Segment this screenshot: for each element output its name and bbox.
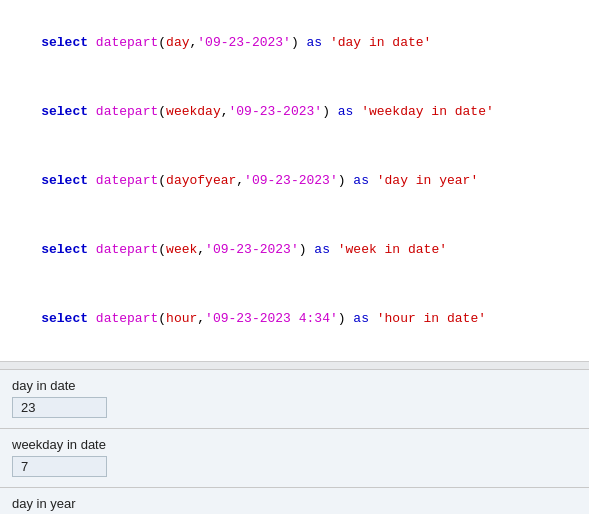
- code-line-1: select datepart(day,'09-23-2023') as 'da…: [10, 8, 579, 77]
- date-string-5: '09-23-2023 4:34': [205, 311, 338, 326]
- keyword-datepart-3: datepart: [96, 173, 158, 188]
- part-week: week: [166, 242, 197, 257]
- code-line-4: select datepart(week,'09-23-2023') as 'w…: [10, 215, 579, 284]
- keyword-select-1: select: [41, 35, 88, 50]
- alias-5: 'hour in date': [377, 311, 486, 326]
- keyword-as-1: as: [307, 35, 323, 50]
- date-string-2: '09-23-2023': [229, 104, 323, 119]
- keyword-datepart-4: datepart: [96, 242, 158, 257]
- keyword-select-3: select: [41, 173, 88, 188]
- result-group-2: day in year 266: [0, 488, 589, 514]
- code-line-5: select datepart(hour,'09-23-2023 4:34') …: [10, 284, 579, 353]
- result-group-0: day in date 23: [0, 370, 589, 429]
- keyword-as-4: as: [314, 242, 330, 257]
- result-value-0: 23: [12, 397, 107, 418]
- result-label-0: day in date: [12, 378, 577, 393]
- spacer-top: [0, 362, 589, 370]
- results-section: day in date 23 weekday in date 7 day in …: [0, 370, 589, 514]
- keyword-select-4: select: [41, 242, 88, 257]
- result-label-2: day in year: [12, 496, 577, 511]
- result-value-1: 7: [12, 456, 107, 477]
- keyword-datepart-1: datepart: [96, 35, 158, 50]
- keyword-as-5: as: [353, 311, 369, 326]
- part-weekday: weekday: [166, 104, 221, 119]
- alias-3: 'day in year': [377, 173, 478, 188]
- date-string-1: '09-23-2023': [197, 35, 291, 50]
- code-section: select datepart(day,'09-23-2023') as 'da…: [0, 0, 589, 362]
- code-line-2: select datepart(weekday,'09-23-2023') as…: [10, 77, 579, 146]
- part-hour: hour: [166, 311, 197, 326]
- part-dayofyear: dayofyear: [166, 173, 236, 188]
- date-string-3: '09-23-2023': [244, 173, 338, 188]
- result-group-1: weekday in date 7: [0, 429, 589, 488]
- keyword-as-3: as: [353, 173, 369, 188]
- code-line-3: select datepart(dayofyear,'09-23-2023') …: [10, 146, 579, 215]
- keyword-select-2: select: [41, 104, 88, 119]
- alias-1: 'day in date': [330, 35, 431, 50]
- keyword-datepart-2: datepart: [96, 104, 158, 119]
- part-day: day: [166, 35, 189, 50]
- result-label-1: weekday in date: [12, 437, 577, 452]
- keyword-datepart-5: datepart: [96, 311, 158, 326]
- alias-2: 'weekday in date': [361, 104, 494, 119]
- keyword-select-5: select: [41, 311, 88, 326]
- keyword-as-2: as: [338, 104, 354, 119]
- alias-4: 'week in date': [338, 242, 447, 257]
- date-string-4: '09-23-2023': [205, 242, 299, 257]
